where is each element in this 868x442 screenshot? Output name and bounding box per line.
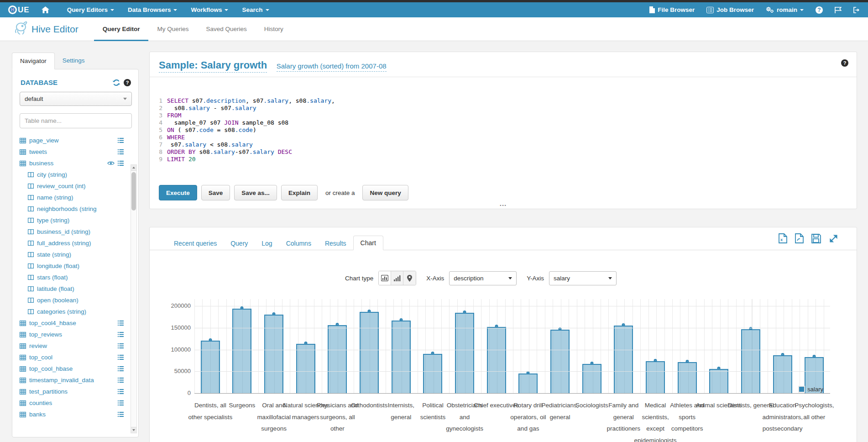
bar-slot: [671, 299, 703, 393]
bar-slot: [576, 299, 608, 393]
logout-icon[interactable]: [853, 7, 861, 13]
browse-table-icon[interactable]: [118, 343, 124, 348]
browse-table-icon[interactable]: [118, 332, 124, 337]
column-item-stars[interactable]: stars (float): [20, 272, 124, 283]
query-help-icon[interactable]: ?: [841, 59, 848, 67]
table-item-banks[interactable]: banks: [20, 409, 124, 420]
browse-table-icon[interactable]: [118, 355, 124, 360]
table-item-top_cool[interactable]: top_cool: [20, 352, 124, 363]
resize-handle[interactable]: ...: [500, 201, 507, 206]
chart-legend[interactable]: salary: [798, 386, 823, 393]
job-browser-button[interactable]: Job Browser: [706, 2, 754, 17]
results-tab-chart[interactable]: Chart: [353, 236, 383, 250]
scroll-up-icon[interactable]: [131, 165, 136, 171]
app-title: Hive Editor: [31, 24, 78, 35]
query-title[interactable]: Sample: Salary growth: [159, 59, 267, 73]
table-item-tweets[interactable]: tweets: [20, 146, 124, 158]
save-results-icon[interactable]: [811, 233, 821, 243]
browse-table-icon[interactable]: [118, 138, 124, 143]
database-help-icon[interactable]: ?: [124, 79, 131, 86]
table-item-top_cool4_hbase[interactable]: top_cool4_hbase: [20, 317, 124, 329]
download-xls-icon[interactable]: x: [779, 233, 787, 243]
table-filter-input[interactable]: [20, 113, 132, 128]
y-tick-label: 0: [150, 389, 191, 396]
results-tab-results[interactable]: Results: [318, 237, 353, 250]
column-item-business_id[interactable]: business_id (string): [20, 226, 124, 237]
file-browser-button[interactable]: File Browser: [649, 2, 695, 17]
x-axis-select[interactable]: description: [449, 271, 517, 285]
table-item-business[interactable]: business: [20, 158, 124, 169]
scroll-down-icon[interactable]: [131, 427, 136, 433]
sidebar-scrollbar[interactable]: [131, 164, 137, 433]
table-item-top_cool_hbase[interactable]: top_cool_hbase: [20, 363, 124, 374]
column-item-latitude[interactable]: latitude (float): [20, 283, 124, 295]
browse-table-icon[interactable]: [118, 366, 124, 371]
column-item-full_address[interactable]: full_address (string): [20, 237, 124, 249]
table-item-top_reviews[interactable]: top_reviews: [20, 329, 124, 340]
column-name: name (string): [37, 194, 73, 201]
chart-bar-icon[interactable]: [379, 271, 391, 285]
flag-icon[interactable]: [835, 7, 842, 13]
sidebar-tab-settings[interactable]: Settings: [55, 53, 93, 69]
database-select[interactable]: default: [20, 92, 132, 106]
navbar-menu-search[interactable]: Search: [235, 2, 276, 17]
new-query-button[interactable]: New query: [362, 185, 408, 200]
column-item-state[interactable]: state (string): [20, 249, 124, 260]
column-item-review_count[interactable]: review_count (int): [20, 180, 124, 192]
table-item-review[interactable]: review: [20, 340, 124, 352]
column-item-city[interactable]: city (string): [20, 169, 124, 180]
y-axis-select[interactable]: salary: [549, 271, 617, 285]
column-item-categories[interactable]: categories (string): [20, 306, 124, 317]
browse-table-icon[interactable]: [118, 400, 124, 405]
sql-code-editor[interactable]: 1SELECT s07.description, s07.salary, s08…: [150, 77, 857, 163]
user-menu[interactable]: romain: [766, 2, 804, 17]
column-name: city (string): [37, 171, 67, 178]
chart-bars: [194, 299, 830, 393]
tab-my-queries[interactable]: My Queries: [148, 17, 197, 41]
results-tab-log[interactable]: Log: [255, 237, 279, 250]
results-tab-recent-queries[interactable]: Recent queries: [167, 237, 224, 250]
column-name: full_address (string): [37, 240, 91, 247]
scrollbar-thumb[interactable]: [131, 172, 136, 210]
chart-signal-icon[interactable]: [391, 271, 403, 285]
sidebar-tab-navigator[interactable]: Navigator: [12, 53, 55, 69]
hue-logo[interactable]: H UE: [8, 5, 30, 15]
results-tab-columns[interactable]: Columns: [279, 237, 318, 250]
help-icon[interactable]: ?: [816, 6, 823, 14]
browse-table-icon[interactable]: [118, 161, 124, 166]
table-item-page_view[interactable]: page_view: [20, 135, 124, 146]
table-item-timestamp_invalid_data[interactable]: timestamp_invalid_data: [20, 374, 124, 386]
navbar-menu-data-browsers[interactable]: Data Browsers: [121, 2, 184, 17]
column-item-open[interactable]: open (boolean): [20, 295, 124, 306]
save-as-button[interactable]: Save as...: [234, 185, 277, 200]
browse-table-icon[interactable]: [118, 389, 124, 394]
table-icon: [20, 389, 26, 395]
table-item-test_partitions[interactable]: test_partitions: [20, 386, 124, 397]
table-item-counties[interactable]: counties: [20, 397, 124, 409]
browse-table-icon[interactable]: [118, 321, 124, 326]
expand-icon[interactable]: [829, 233, 838, 243]
explain-button[interactable]: Explain: [281, 185, 318, 200]
browse-table-icon[interactable]: [118, 378, 124, 383]
download-csv-icon[interactable]: [795, 233, 804, 243]
tab-history[interactable]: History: [256, 17, 292, 41]
navbar-menu-query-editors[interactable]: Query Editors: [60, 2, 121, 17]
refresh-icon[interactable]: [113, 79, 120, 86]
results-tab-query[interactable]: Query: [224, 237, 255, 250]
execute-button[interactable]: Execute: [159, 185, 197, 200]
chevron-down-icon: [110, 9, 114, 11]
eye-icon[interactable]: [107, 161, 115, 166]
chart-map-icon[interactable]: [403, 271, 416, 285]
column-item-longitude[interactable]: longitude (float): [20, 260, 124, 272]
tab-query-editor[interactable]: Query Editor: [94, 17, 149, 41]
navbar-menu-workflows[interactable]: Workflows: [184, 2, 235, 17]
column-item-name[interactable]: name (string): [20, 192, 124, 203]
browse-table-icon[interactable]: [118, 412, 124, 417]
column-item-neighborhoods[interactable]: neighborhoods (string: [20, 203, 124, 215]
column-item-type[interactable]: type (string): [20, 215, 124, 226]
browse-table-icon[interactable]: [118, 149, 124, 154]
home-icon[interactable]: [42, 6, 49, 13]
tab-saved-queries[interactable]: Saved Queries: [198, 17, 256, 41]
query-subtitle[interactable]: Salary growth (sorted) from 2007-08: [277, 62, 387, 72]
save-button[interactable]: Save: [201, 185, 230, 200]
